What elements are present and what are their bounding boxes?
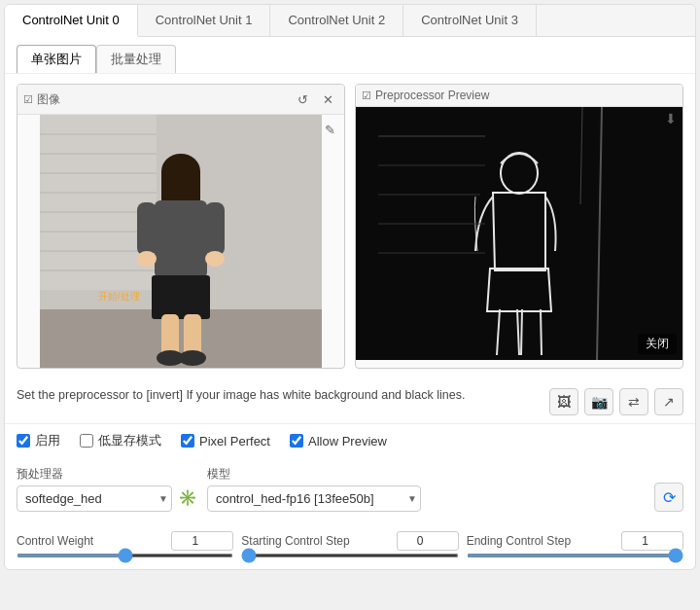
allow-preview-checkbox[interactable] [290,434,303,448]
enable-label: 启用 [35,432,60,449]
image-label: 图像 [37,91,60,108]
svg-rect-13 [161,171,200,200]
left-image-container[interactable]: 开始/处理 ✎ [18,115,344,368]
svg-text:开始/处理: 开始/处理 [98,291,140,302]
top-tabs: ControlNet Unit 0 ControlNet Unit 1 Cont… [5,5,695,37]
pixel-perfect-checkbox[interactable] [181,434,194,448]
svg-rect-16 [205,202,225,256]
pixel-perfect-checkbox-item[interactable]: Pixel Perfect [181,434,270,449]
svg-rect-1 [40,115,157,290]
starting-step-label: Starting Control Step [241,534,349,548]
model-select-wrapper: control_hed-fp16 [13fee50b] ▼ [207,485,645,512]
camera-icon-btn[interactable]: 📷 [584,388,613,415]
download-button[interactable]: ⬇ [665,111,677,126]
starting-step-group: Starting Control Step [241,531,458,557]
preview-image-svg [356,107,682,360]
refresh-icon[interactable]: ⟳ [654,483,683,512]
right-header-left: ☑ Preprocessor Preview [362,89,489,102]
camera-icon: 📷 [591,394,608,410]
image-checkbox-icon: ☑ [23,93,33,106]
panel-icons: ↺ ✕ [292,89,338,110]
model-select[interactable]: control_hed-fp16 [13fee50b] [207,485,421,512]
right-image-container: ⬇ 关闭 [356,107,682,360]
ending-step-label: Ending Control Step [467,534,571,548]
preview-checkbox-icon: ☑ [362,90,371,102]
model-label: 模型 [207,466,645,483]
tab-unit-2[interactable]: ControlNet Unit 2 [270,5,403,36]
close-preview-button[interactable]: 关闭 [638,334,677,354]
info-text: Set the preprocessor to [invert] If your… [17,386,540,405]
right-panel-header: ☑ Preprocessor Preview [356,85,682,107]
sub-tabs: 单张图片 批量处理 [5,37,695,74]
tab-batch[interactable]: 批量处理 [96,45,176,73]
arrow-icon-btn[interactable]: ↗ [654,388,683,415]
image-icon: 🖼 [557,394,571,410]
model-refresh-btn[interactable]: ⟳ [654,465,683,512]
image-icon-btn[interactable]: 🖼 [549,388,578,415]
info-section: Set the preprocessor to [invert] If your… [5,378,695,423]
swap-icon-btn[interactable]: ⇄ [619,388,648,415]
right-image-panel: ☑ Preprocessor Preview [355,84,683,369]
control-weight-group: Control Weight [17,531,233,557]
preprocessor-label: 预处理器 [17,466,168,483]
left-panel-header: ☑ 图像 ↺ ✕ [18,85,344,115]
preview-label: Preprocessor Preview [375,89,489,102]
fire-icon: ✳️ [178,489,197,506]
model-group: 模型 control_hed-fp16 [13fee50b] ▼ [207,466,645,512]
sliders-row: Control Weight Starting Control Step End… [17,531,683,557]
tab-unit-0[interactable]: ControlNet Unit 0 [5,5,138,37]
info-icon-buttons: 🖼 📷 ⇄ ↗ [549,386,683,415]
preprocessor-group: 预处理器 softedge_hed ▼ [17,466,168,512]
tab-single[interactable]: 单张图片 [17,45,96,73]
reset-button[interactable]: ↺ [292,89,313,110]
checkbox-row: 启用 低显存模式 Pixel Perfect Allow Preview [5,423,695,457]
close-panel-button[interactable]: ✕ [317,89,338,110]
sliders-section: Control Weight Starting Control Step End… [5,520,695,569]
svg-point-23 [179,350,206,366]
pixel-perfect-label: Pixel Perfect [199,434,270,449]
controlnet-panel: ControlNet Unit 0 ControlNet Unit 1 Cont… [4,4,696,570]
left-image-panel: ☑ 图像 ↺ ✕ [17,84,345,369]
allow-preview-label: Allow Preview [308,434,387,449]
control-weight-label: Control Weight [17,534,93,548]
ending-step-group: Ending Control Step [467,531,683,557]
enable-checkbox-item[interactable]: 启用 [17,432,60,449]
header-left: ☑ 图像 [23,91,60,108]
low-vram-label: 低显存模式 [98,432,161,449]
preprocessor-model-row: 预处理器 softedge_hed ▼ ✳️ 模型 control_hed-fp… [5,457,695,520]
low-vram-checkbox[interactable] [80,434,93,448]
enable-checkbox[interactable] [17,434,30,448]
preprocessor-select[interactable]: softedge_hed [17,485,172,512]
svg-rect-15 [137,202,157,256]
svg-rect-19 [152,275,210,319]
image-area: ☑ 图像 ↺ ✕ [5,74,695,378]
arrow-icon: ↗ [663,394,675,410]
tab-unit-3[interactable]: ControlNet Unit 3 [403,5,537,36]
svg-rect-14 [155,200,207,278]
ending-step-slider[interactable] [467,554,683,557]
control-weight-slider[interactable] [17,554,233,557]
tab-unit-1[interactable]: ControlNet Unit 1 [138,5,271,36]
preprocessor-select-wrapper: softedge_hed ▼ [17,485,168,512]
left-image-svg: 开始/处理 [18,115,344,368]
svg-point-18 [205,251,225,267]
allow-preview-checkbox-item[interactable]: Allow Preview [290,434,387,449]
fire-icon-btn[interactable]: ✳️ [178,471,197,507]
svg-point-17 [137,251,157,267]
low-vram-checkbox-item[interactable]: 低显存模式 [80,432,161,449]
swap-icon: ⇄ [628,394,640,410]
edit-icon[interactable]: ✎ [319,119,340,140]
starting-step-slider[interactable] [241,554,458,557]
svg-rect-25 [378,107,660,360]
